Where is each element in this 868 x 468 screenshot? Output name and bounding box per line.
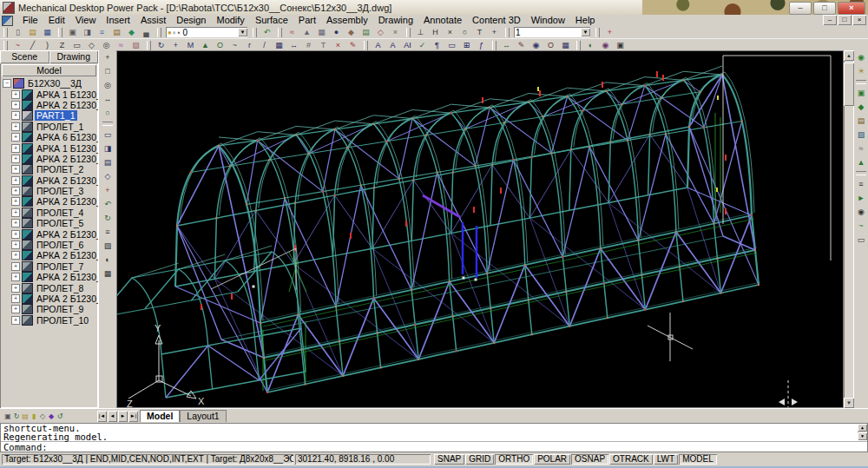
- expand-icon[interactable]: +: [11, 219, 20, 227]
- browser-model-header[interactable]: Model: [2, 64, 96, 76]
- move-icon[interactable]: +: [168, 40, 183, 51]
- mdi-minimize-button[interactable]: ‒: [823, 15, 837, 25]
- zoom-window-icon[interactable]: ◎: [99, 40, 114, 51]
- tree-item[interactable]: +АРКА 2 Б1230_7: [0, 250, 98, 260]
- layer-states-icon[interactable]: ≈: [285, 27, 299, 38]
- extrude-icon[interactable]: ▲: [198, 40, 213, 51]
- expand-icon[interactable]: +: [11, 316, 20, 325]
- toolbar-grip[interactable]: [253, 28, 257, 37]
- sketch-icon[interactable]: ~: [10, 40, 25, 51]
- tree-item[interactable]: +ПРОЛЕТ_10: [0, 315, 98, 326]
- toolbar-grip[interactable]: [595, 28, 600, 37]
- save-icon[interactable]: ▦: [40, 27, 55, 38]
- plot-icon[interactable]: ▣: [65, 27, 80, 38]
- toolbar-grip[interactable]: [278, 28, 282, 37]
- tree-root[interactable]: −Б12X30__3Д: [0, 78, 98, 89]
- statistics-icon[interactable]: ≡: [854, 178, 868, 190]
- balloon-icon[interactable]: O: [543, 40, 558, 51]
- options-icon[interactable]: ▣: [613, 40, 628, 51]
- polyline-icon[interactable]: Z: [55, 40, 69, 51]
- menu-insert[interactable]: Insert: [101, 15, 135, 26]
- render-icon[interactable]: ◉: [598, 40, 613, 51]
- tree-item[interactable]: +ПРОЛЕТ_6: [0, 240, 98, 250]
- close-button[interactable]: ×: [838, 2, 865, 15]
- expand-icon[interactable]: +: [11, 197, 20, 206]
- menu-file[interactable]: File: [17, 15, 43, 26]
- shade-icon[interactable]: ◐: [583, 40, 598, 51]
- browser-tab-scene[interactable]: Scene: [0, 50, 49, 63]
- expand-icon[interactable]: +: [11, 305, 20, 313]
- active-part-icon[interactable]: ▮: [30, 411, 38, 422]
- power-edit-icon[interactable]: ✎: [514, 40, 529, 51]
- tree-item[interactable]: +ПРОЛЕТ_4: [0, 208, 98, 218]
- preview-icon[interactable]: ◨: [80, 27, 95, 38]
- snap-near-icon[interactable]: +: [487, 27, 502, 38]
- matchprop-icon[interactable]: ◆: [124, 27, 139, 38]
- canvas-vertical-scrollbar[interactable]: ▲ ▼: [844, 50, 854, 408]
- menu-view[interactable]: View: [70, 15, 102, 26]
- text-icon[interactable]: A: [371, 40, 385, 51]
- camera-icon[interactable]: ◉: [854, 206, 868, 218]
- front-view-icon[interactable]: ◨: [101, 142, 115, 155]
- menu-drawing[interactable]: Drawing: [373, 15, 418, 26]
- tree-item[interactable]: +ПРОЛЕТ_8: [0, 282, 98, 293]
- snap-mid-icon[interactable]: H: [428, 27, 443, 38]
- ucs-tool-icon[interactable]: +: [101, 184, 115, 196]
- wireframe-icon[interactable]: ▦: [101, 267, 115, 280]
- tree-item[interactable]: +АРКА 6 Б1230_1: [0, 132, 98, 142]
- hatch-icon[interactable]: ▨: [128, 40, 143, 51]
- tree-item[interactable]: +АРКА 1 Б1230_1: [0, 89, 98, 99]
- tree-item[interactable]: +ПРОЛЕТ_9: [0, 304, 98, 314]
- tab-model[interactable]: Model: [140, 410, 180, 422]
- snap-cen-icon[interactable]: ○: [457, 27, 472, 38]
- toggle-lwt[interactable]: LWT: [654, 454, 678, 465]
- tree-item[interactable]: +АРКА 2 Б1230_8: [0, 272, 98, 282]
- field-icon[interactable]: ƒ: [474, 40, 489, 51]
- app-icon[interactable]: [3, 2, 15, 14]
- iso-view-icon[interactable]: ◇: [101, 170, 115, 182]
- expand-icon[interactable]: +: [11, 208, 20, 217]
- expand-icon[interactable]: +: [11, 122, 20, 131]
- rotate-icon[interactable]: ↻: [154, 40, 168, 51]
- render-icon[interactable]: ◉: [854, 51, 868, 63]
- arc-icon[interactable]: ): [40, 40, 55, 51]
- menu-design[interactable]: Design: [171, 15, 211, 26]
- polygon-icon[interactable]: ◇: [84, 40, 99, 51]
- toolbar-grip[interactable]: [576, 41, 581, 50]
- rectangle-icon[interactable]: ▭: [69, 40, 84, 51]
- revolve-icon[interactable]: O: [213, 40, 227, 51]
- vertical-scroll-thumb[interactable]: [844, 63, 854, 106]
- tree-item[interactable]: +ПРОЛЕТ_7: [0, 261, 98, 272]
- menu-help[interactable]: Help: [570, 15, 601, 26]
- expand-icon[interactable]: +: [11, 90, 20, 99]
- menu-annotate[interactable]: Annotate: [418, 15, 467, 26]
- tree-item[interactable]: +АРКА 2 Б1230_1: [0, 100, 98, 110]
- scroll-up-icon[interactable]: ▲: [844, 50, 854, 61]
- snap-end-icon[interactable]: ⊥: [413, 27, 428, 38]
- expand-icon[interactable]: +: [11, 251, 20, 260]
- menu-content-3d[interactable]: Content 3D: [467, 15, 526, 26]
- menu-window[interactable]: Window: [526, 15, 570, 26]
- toolbar-grip[interactable]: [58, 28, 62, 37]
- tree-item[interactable]: +АРКА 2 Б1230_3: [0, 175, 98, 186]
- menu-assist[interactable]: Assist: [135, 15, 171, 26]
- pan-icon[interactable]: ↔: [101, 93, 115, 105]
- toggle-model[interactable]: MODEL: [679, 454, 717, 465]
- toggle-otrack[interactable]: OTRACK: [609, 454, 653, 465]
- orbit-icon[interactable]: ○: [101, 107, 115, 119]
- mapping-icon[interactable]: ▤: [854, 115, 868, 127]
- tree-item[interactable]: +АРКА 2 Б1230_2: [0, 154, 98, 164]
- browser-tab-drawing[interactable]: Drawing: [49, 50, 99, 63]
- designcenter-icon[interactable]: ◆: [344, 27, 358, 38]
- regen-icon[interactable]: ≡: [101, 226, 115, 238]
- text-style-icon[interactable]: ¶: [430, 40, 444, 51]
- toggle-osnap[interactable]: OSNAP: [571, 454, 608, 465]
- menu-surface[interactable]: Surface: [250, 15, 293, 26]
- print-icon[interactable]: ▄: [139, 27, 154, 38]
- undo-icon[interactable]: ↶: [260, 27, 274, 38]
- title-bar[interactable]: Mechanical Desktop Power Pack - [D:\Rabo…: [0, 0, 868, 15]
- tab-nav-button[interactable]: |◄: [97, 411, 107, 422]
- named-views-icon[interactable]: ▭: [101, 129, 115, 141]
- maximize-button[interactable]: □: [813, 2, 836, 15]
- toolbar-grip[interactable]: [157, 28, 161, 37]
